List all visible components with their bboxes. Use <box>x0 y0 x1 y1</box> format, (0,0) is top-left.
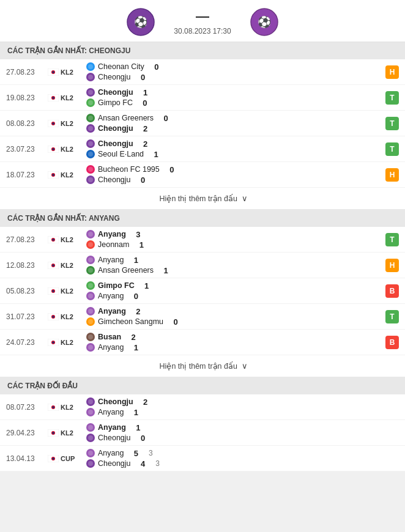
match-row: 18.07.23 KL2 Bucheon FC 1995 0 <box>0 162 405 188</box>
team-crest-2 <box>86 459 95 468</box>
cheongju-show-more[interactable]: Hiện thị thêm trận đấu ∨ <box>0 188 405 210</box>
teams-area: Anyang 3 Jeonnam 1 <box>86 229 379 249</box>
team-crest-1 <box>86 255 95 265</box>
flag-icon <box>48 455 59 462</box>
team-crest-2 <box>86 433 95 443</box>
league-label: KL2 <box>61 171 73 179</box>
match-date: 29.04.23 <box>6 429 48 437</box>
team-line-2: Anyang 0 <box>86 291 379 301</box>
team-line-1: Cheongju 2 <box>86 139 379 149</box>
score-1: 1 <box>142 281 152 290</box>
team-line-1: Gimpo FC 1 <box>86 281 379 290</box>
svg-point-78 <box>88 399 93 404</box>
team-crest-2 <box>86 149 95 159</box>
teams-area: Bucheon FC 1995 0 Cheongju 0 <box>86 164 379 185</box>
score-2: 0 <box>138 434 148 443</box>
team-crest-2 <box>86 317 95 327</box>
team-crest-2 <box>86 175 95 185</box>
match-date: 31.07.23 <box>6 312 48 321</box>
team-line-1: Busan 2 <box>86 332 379 342</box>
team-line-2: Cheongju 0 <box>86 433 399 443</box>
team-line-2: Ansan Greeners 1 <box>86 265 379 275</box>
team-name-1: Busan <box>98 333 121 341</box>
teams-area: Cheongju 2 Seoul E·Land 1 <box>86 139 379 159</box>
score-2: 1 <box>131 408 141 417</box>
extra-score-1: 3 <box>146 449 155 457</box>
team-crest-2 <box>86 407 95 417</box>
team-name-1: Anyang <box>98 423 126 432</box>
svg-point-76 <box>53 406 54 408</box>
svg-point-87 <box>88 435 93 440</box>
match-row: 29.04.23 KL2 Anyang 1 Cheong <box>0 420 405 446</box>
team-crest-1 <box>86 332 95 342</box>
league-label: KL2 <box>61 262 73 269</box>
section-anyang-header: CÁC TRẬN GẦN NHẤT: ANYANG <box>0 210 405 227</box>
team-crest-1 <box>86 306 95 316</box>
anyang-show-more[interactable]: Hiện thị thêm trận đấu ∨ <box>0 355 405 377</box>
svg-text:⚽: ⚽ <box>134 15 148 29</box>
score-2: 0 <box>171 317 180 327</box>
league-badge: KL2 <box>48 236 83 243</box>
flag-icon <box>48 68 59 76</box>
score-2: 1 <box>161 266 171 275</box>
score-1: 0 <box>152 62 162 72</box>
score-2: 1 <box>136 240 146 249</box>
team-line-1: Cheonan City 0 <box>86 62 379 72</box>
teams-area: Cheongju 2 Anyang 1 <box>86 397 399 417</box>
svg-point-92 <box>88 451 93 456</box>
league-label: KL2 <box>61 68 73 76</box>
svg-point-55 <box>53 290 54 292</box>
score-1: 3 <box>133 230 143 239</box>
svg-point-52 <box>88 268 93 273</box>
team-name-1: Bucheon FC 1995 <box>98 165 160 174</box>
home-team-logo: ⚽ <box>126 7 155 37</box>
team-line-1: Anyang 2 <box>86 306 379 316</box>
match-header: ⚽ — 30.08.2023 17:30 ⚽ <box>0 0 405 42</box>
team-line-2: Anyang 1 <box>86 342 379 352</box>
league-label: KL2 <box>61 236 73 243</box>
team-crest-1 <box>86 281 95 290</box>
league-badge: KL2 <box>48 262 83 269</box>
score-2: 0 <box>131 292 141 301</box>
team-line-2: Gimpo FC 0 <box>86 98 379 108</box>
league-badge: KL2 <box>48 339 83 346</box>
chevron-down-icon: ∨ <box>242 194 248 203</box>
team-name-2: Cheongju <box>98 459 131 468</box>
match-row: 27.08.23 KL2 Cheonan City 0 <box>0 59 405 85</box>
team-name-1: Anyang <box>98 449 124 457</box>
league-label: KL2 <box>61 339 73 346</box>
team-line-1: Anyang 1 <box>86 255 379 265</box>
team-crest-1 <box>86 229 95 239</box>
flag-icon <box>48 171 59 179</box>
team-name-1: Cheongju <box>98 88 133 97</box>
match-score-area: — 30.08.2023 17:30 <box>174 9 231 35</box>
svg-point-8 <box>88 64 93 69</box>
match-score: — <box>174 9 231 24</box>
match-date: 08.08.23 <box>6 119 48 128</box>
result-badge: H <box>385 65 399 79</box>
flag-icon <box>48 429 59 437</box>
svg-point-29 <box>88 141 93 146</box>
result-badge: B <box>385 336 399 349</box>
score-1: 2 <box>128 333 138 342</box>
svg-point-13 <box>53 97 54 98</box>
team-line-1: Anyang 3 <box>86 229 379 239</box>
svg-point-41 <box>53 238 54 240</box>
team-crest-2 <box>86 72 95 82</box>
team-name-2: Anyang <box>98 292 124 300</box>
match-date: 13.04.13 <box>6 454 48 463</box>
league-label: KL2 <box>61 404 73 411</box>
svg-point-31 <box>88 152 93 157</box>
match-date: 18.07.23 <box>6 171 48 179</box>
team-crest-1 <box>86 113 95 123</box>
svg-point-17 <box>88 100 93 105</box>
teams-area: Anyang 5 3 Cheongju 4 3 <box>86 448 399 468</box>
score-2: 0 <box>138 175 148 185</box>
team-name-2: Anyang <box>98 343 124 352</box>
league-badge: KL2 <box>48 94 83 102</box>
league-label: KL2 <box>61 429 73 437</box>
section-h2h-header: CÁC TRẬN ĐỐI ĐẦU <box>0 377 405 394</box>
team-crest-2 <box>86 342 95 352</box>
league-label: KL2 <box>61 313 73 320</box>
league-label: CUP <box>61 455 75 462</box>
